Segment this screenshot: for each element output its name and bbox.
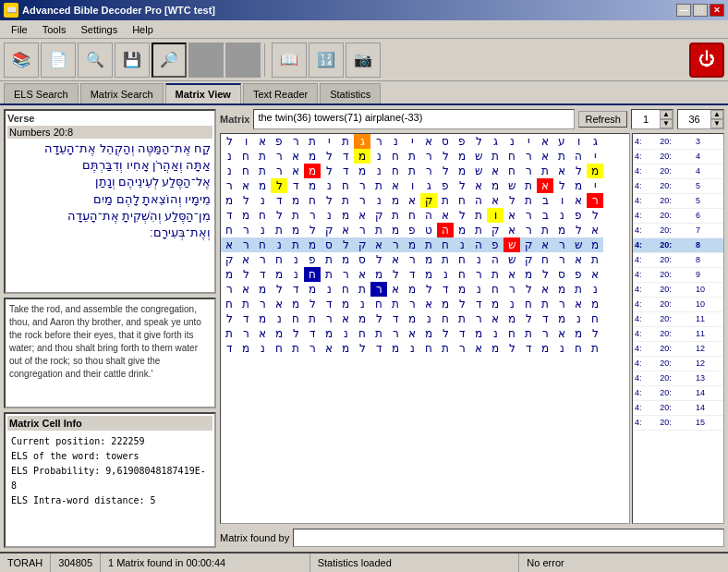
matrix-cell[interactable]: ש [504, 178, 520, 193]
matrix-cell[interactable]: ח [520, 297, 537, 311]
matrix-cell[interactable]: ב [537, 193, 553, 208]
matrix-cell[interactable]: ח [504, 164, 520, 178]
matrix-cell[interactable]: ש [504, 237, 520, 252]
matrix-cell[interactable]: ר [354, 193, 370, 208]
matrix-cell[interactable]: ר [387, 326, 404, 341]
matrix-cell[interactable]: ל [237, 193, 254, 208]
matrix-cell[interactable]: א [271, 297, 287, 311]
matrix-cell[interactable]: מ [487, 297, 504, 311]
matrix-cell[interactable]: ר [454, 341, 470, 356]
matrix-cell[interactable]: ש [470, 164, 487, 178]
matrix-cell[interactable]: מ [420, 326, 437, 341]
matrix-cell[interactable]: ל [237, 267, 254, 282]
matrix-cell[interactable]: ד [537, 311, 553, 326]
matrix-cell[interactable]: ת [321, 267, 337, 282]
matrix-cell[interactable]: מ [271, 326, 287, 341]
matrix-cell[interactable]: פ [570, 208, 587, 223]
matrix-cell[interactable]: א [553, 326, 570, 341]
matrix-cell[interactable]: ל [520, 311, 537, 326]
matrix-cell[interactable]: פ [304, 252, 321, 267]
matrix-cell[interactable]: ת [370, 326, 387, 341]
matrix-cell[interactable]: ח [237, 149, 254, 164]
matrix-cell[interactable]: ס [321, 237, 337, 252]
matrix-cell[interactable]: מ [354, 149, 370, 164]
matrix-cell[interactable]: ו [487, 208, 504, 223]
matrix-cell[interactable]: ל [271, 208, 287, 223]
matrix-cell[interactable]: נ [221, 164, 237, 178]
matrix-cell[interactable]: ר [420, 149, 437, 164]
matrix-cell[interactable]: ה [420, 208, 437, 223]
matrix-cell[interactable]: מ [304, 237, 321, 252]
matrix-cell[interactable]: ד [454, 326, 470, 341]
matrix-cell[interactable]: ל [304, 223, 321, 237]
matrix-cell[interactable]: ל [504, 341, 520, 356]
matrix-cell[interactable]: ל [587, 208, 603, 223]
matrix-cell[interactable]: מ [287, 297, 304, 311]
matrix-cell[interactable]: א [337, 311, 354, 326]
matrix-cell[interactable]: ד [387, 311, 404, 326]
toolbar-btn-camera[interactable]: 📷 [346, 43, 381, 78]
matrix-cell[interactable]: מ [587, 237, 603, 252]
matrix-cell[interactable]: א [254, 326, 271, 341]
matrix-cell[interactable]: מ [304, 149, 321, 164]
matrix-grid[interactable]: גועאינגלפסאינרגתיתרפאוליהתארחתשמלרתחנמדל… [220, 133, 630, 524]
matrix-cell[interactable]: ד [404, 267, 420, 282]
matrix-cell[interactable]: א [387, 252, 404, 267]
matrix-cell[interactable]: י [587, 149, 603, 164]
matrix-cell[interactable]: א [404, 326, 420, 341]
matrix-cell[interactable]: ר [404, 297, 420, 311]
matrix-cell[interactable]: ל [470, 134, 487, 149]
matrix-cell[interactable]: א [487, 311, 504, 326]
matrix-cell[interactable]: ר [337, 267, 354, 282]
matrix-cell[interactable]: ר [271, 164, 287, 178]
toolbar-btn-4[interactable]: 💾 [115, 43, 150, 78]
matrix-cell[interactable]: ק [321, 223, 337, 237]
matrix-cell[interactable]: נ [587, 282, 603, 297]
matrix-cell[interactable]: ת [520, 193, 537, 208]
matrix-cell[interactable]: ל [221, 134, 237, 149]
matrix-cell[interactable]: נ [504, 134, 520, 149]
matrix-cell[interactable]: ל [221, 311, 237, 326]
matrix-cell[interactable]: ר [404, 252, 420, 267]
matrix-cell[interactable]: ל [370, 252, 387, 267]
matrix-cell[interactable]: ת [287, 341, 304, 356]
matrix-cell[interactable]: ר [553, 237, 570, 252]
matrix-cell[interactable]: ל [454, 208, 470, 223]
matrix-cell[interactable]: ד [254, 267, 271, 282]
matrix-cell[interactable]: נ [254, 341, 271, 356]
matrix-cell[interactable]: ד [337, 164, 354, 178]
matrix-cell[interactable]: ת [337, 134, 354, 149]
matrix-cell[interactable]: א [537, 282, 553, 297]
matrix-cell[interactable]: מ [404, 237, 420, 252]
matrix-cell[interactable]: י [321, 134, 337, 149]
matrix-cell[interactable]: מ [437, 297, 454, 311]
matrix-cell[interactable]: מ [304, 178, 321, 193]
refresh-button[interactable]: Refresh [578, 111, 627, 128]
matrix-cell[interactable]: ל [287, 326, 304, 341]
matrix-cell[interactable]: נ [287, 267, 304, 282]
matrix-cell[interactable]: א [387, 178, 404, 193]
matrix-cell[interactable]: ח [504, 149, 520, 164]
matrix-cell[interactable]: ת [487, 149, 504, 164]
matrix-cell[interactable]: ח [221, 223, 237, 237]
matrix-cell[interactable]: נ [271, 311, 287, 326]
matrix-cell[interactable]: ל [570, 223, 587, 237]
matrix-cell[interactable]: ח [370, 297, 387, 311]
matrix-cell[interactable]: מ [387, 341, 404, 356]
matrix-cell[interactable]: ר [537, 326, 553, 341]
toolbar-btn-1[interactable]: 📚 [4, 43, 39, 78]
matrix-cell[interactable]: מ [337, 297, 354, 311]
matrix-cell[interactable]: ד [437, 282, 454, 297]
matrix-cell[interactable]: ר [271, 149, 287, 164]
matrix-cell[interactable]: נ [370, 149, 387, 164]
matrix-cell[interactable]: ח [271, 341, 287, 356]
matrix-cell[interactable]: א [537, 134, 553, 149]
spin-input-2[interactable] [678, 114, 710, 125]
matrix-cell[interactable]: מ [570, 178, 587, 193]
matrix-cell[interactable]: מ [504, 311, 520, 326]
matrix-cell[interactable]: ר [221, 178, 237, 193]
matrix-cell[interactable]: ת [304, 134, 321, 149]
maximize-button[interactable]: □ [693, 4, 708, 17]
matrix-cell[interactable]: ת [454, 311, 470, 326]
matrix-cell[interactable]: מ [354, 311, 370, 326]
